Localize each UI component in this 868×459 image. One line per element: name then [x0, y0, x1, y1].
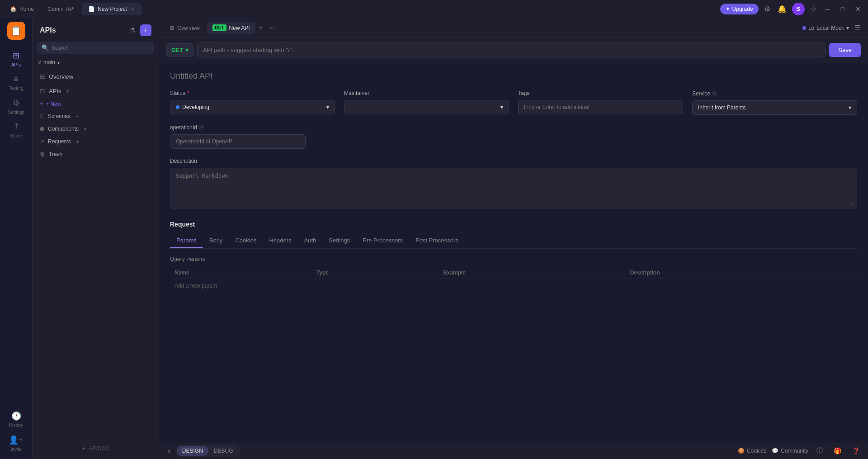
bookmark-icon-btn[interactable]: ☆	[808, 3, 818, 15]
service-label: Service ⓘ	[692, 90, 857, 97]
tab-home[interactable]: 🏠 Home	[4, 3, 40, 15]
testing-nav-icon: ≡	[14, 75, 19, 84]
tab-cookies[interactable]: Cookies	[229, 233, 263, 248]
tab-auth[interactable]: Auth	[298, 233, 323, 248]
tab-overview[interactable]: ⊞ Overview	[165, 22, 205, 34]
title-bar: 🏠 Home Gemini API 📄 New Project ✕ ✦ Upgr…	[0, 0, 868, 18]
notification-icon-btn[interactable]: 🔔	[776, 3, 788, 15]
hamburger-button[interactable]: ☰	[853, 22, 863, 34]
maximize-button[interactable]: □	[837, 4, 848, 14]
overview-tab-icon: ⊞	[170, 25, 175, 31]
add-param-row[interactable]: Add a new param	[170, 279, 857, 293]
home-icon: 🏠	[10, 6, 17, 12]
status-dot	[176, 105, 179, 109]
tab-post-processors[interactable]: Post Processors	[409, 233, 465, 248]
local-mock-button[interactable]: Lo Local Mock ▾	[802, 25, 849, 31]
local-mock-label: Lo	[808, 25, 814, 31]
sidebar-schemas[interactable]: ⬡ Schemas ▾	[33, 110, 159, 123]
method-select[interactable]: GET ▾	[166, 43, 193, 57]
maintainer-label: Maintainer	[344, 90, 509, 96]
app-icon: 📋	[7, 22, 25, 40]
close-button[interactable]: ✕	[852, 4, 864, 14]
sidebar-components[interactable]: ⬢ Components ▾	[33, 123, 159, 135]
tab-headers[interactable]: Headers	[263, 233, 297, 248]
status-select[interactable]: Developing ▾	[170, 100, 335, 114]
local-mock-chevron-icon: ▾	[846, 25, 849, 31]
expand-icon[interactable]: ⤢	[850, 201, 854, 207]
sidebar-trash[interactable]: 🗑 Trash	[33, 148, 159, 161]
sidebar-item-history[interactable]: 🕐 History	[0, 407, 32, 431]
settings-icon-btn[interactable]: ⚙	[762, 3, 772, 15]
new-plus-icon: +	[40, 101, 43, 107]
sidebar-item-invite[interactable]: 👤+ Invite	[0, 431, 32, 455]
main-layout: 📋 ⊞ APIs ≡ Testing ⚙ Settings ⤴ Share 🕐 …	[0, 18, 868, 459]
tab-settings[interactable]: Settings	[322, 233, 356, 248]
help-button[interactable]: ❓	[849, 445, 863, 456]
debug-toggle[interactable]: DEBUG	[208, 446, 239, 456]
description-section: Description ⤢	[170, 158, 857, 210]
sidebar-item-share[interactable]: ⤴ Share	[0, 118, 32, 142]
minimize-button[interactable]: ─	[822, 4, 834, 14]
tab-new-project[interactable]: 📄 New Project ✕	[82, 3, 142, 15]
url-bar: GET ▾ Save	[159, 38, 868, 62]
sidebar-nav-overview[interactable]: ⊞ Overview	[33, 69, 159, 84]
overview-icon: ⊞	[40, 73, 45, 80]
form-row-metadata: Status * Developing ▾ Maintainer ▾	[170, 90, 857, 115]
close-tab-icon[interactable]: ✕	[130, 6, 135, 11]
tab-gemini[interactable]: Gemini API	[41, 3, 81, 15]
params-table: Name Type Example Description Add a new …	[170, 267, 857, 293]
design-toggle[interactable]: DESIGN	[177, 446, 208, 456]
cookies-icon: 🍪	[738, 448, 745, 454]
sidebar-item-testing[interactable]: ≡ Testing	[0, 71, 32, 95]
gift-button[interactable]: 🎁	[831, 445, 844, 456]
sidebar-item-settings[interactable]: ⚙ Settings	[0, 95, 32, 118]
tags-input[interactable]	[518, 100, 683, 114]
url-input[interactable]	[197, 43, 826, 57]
upgrade-button[interactable]: ✦ Upgrade	[720, 4, 759, 14]
add-tab-button[interactable]: +	[257, 22, 265, 34]
cookies-link[interactable]: 🍪 Cookies	[738, 448, 766, 454]
sidebar-item-apis[interactable]: ⊞ APIs	[0, 47, 32, 71]
status-label: Status *	[170, 90, 335, 96]
share-nav-icon: ⤴	[14, 122, 18, 132]
branch-icon: ⑂	[38, 59, 41, 66]
bottom-right: 🍪 Cookies 💬 Community ⓘ 🎁 ❓	[738, 445, 863, 457]
api-title-input[interactable]	[170, 71, 857, 81]
search-input[interactable]	[52, 45, 150, 51]
description-input[interactable]	[170, 168, 857, 208]
branch-selector[interactable]: ⑂ main ▾	[33, 57, 159, 67]
description-wrapper: ⤢	[170, 168, 857, 210]
description-label: Description	[170, 158, 857, 164]
service-select[interactable]: Inherit from Parents ▾	[692, 100, 857, 115]
apidoc-logo: ✦ APIDOC	[36, 442, 155, 455]
tab-body[interactable]: Body	[203, 233, 229, 248]
filter-button[interactable]: ⚗	[128, 25, 137, 36]
info-button[interactable]: ⓘ	[814, 445, 826, 457]
operationid-section: operationId ⓘ	[170, 124, 857, 149]
sidebar-new-item[interactable]: + + New	[33, 98, 159, 110]
components-icon: ⬢	[40, 126, 44, 132]
tab-params[interactable]: Params	[170, 233, 203, 248]
tags-label: Tags	[518, 90, 683, 96]
local-mock-status-dot	[802, 26, 806, 30]
save-button[interactable]: Save	[829, 43, 861, 57]
avatar[interactable]: S	[792, 3, 805, 15]
sidebar-footer: ✦ APIDOC	[33, 438, 159, 459]
schemas-icon: ⬡	[40, 113, 44, 119]
tab-pre-processors[interactable]: Pre Processors	[356, 233, 409, 248]
nav-back-button[interactable]: «	[165, 445, 174, 456]
operationid-info-icon: ⓘ	[199, 124, 204, 131]
required-indicator: *	[187, 90, 189, 96]
sidebar-requests[interactable]: ↗ Requests ▾	[33, 135, 159, 148]
operationid-input[interactable]	[170, 134, 306, 149]
maintainer-select[interactable]: ▾	[344, 100, 509, 114]
icon-bar: 📋 ⊞ APIs ≡ Testing ⚙ Settings ⤴ Share 🕐 …	[0, 18, 33, 459]
bottom-bar: « DESIGN DEBUG 🍪 Cookies 💬 Community ⓘ 🎁…	[159, 442, 868, 459]
add-api-button[interactable]: +	[140, 24, 151, 36]
sidebar-nav-apis[interactable]: ⊡ APIs ▾	[33, 84, 159, 98]
search-icon: 🔍	[42, 44, 49, 51]
more-tabs-button[interactable]: ···	[267, 22, 276, 34]
community-link[interactable]: 💬 Community	[772, 448, 808, 454]
tab-new-api[interactable]: GET New API	[207, 22, 255, 34]
field-tags: Tags	[518, 90, 683, 114]
